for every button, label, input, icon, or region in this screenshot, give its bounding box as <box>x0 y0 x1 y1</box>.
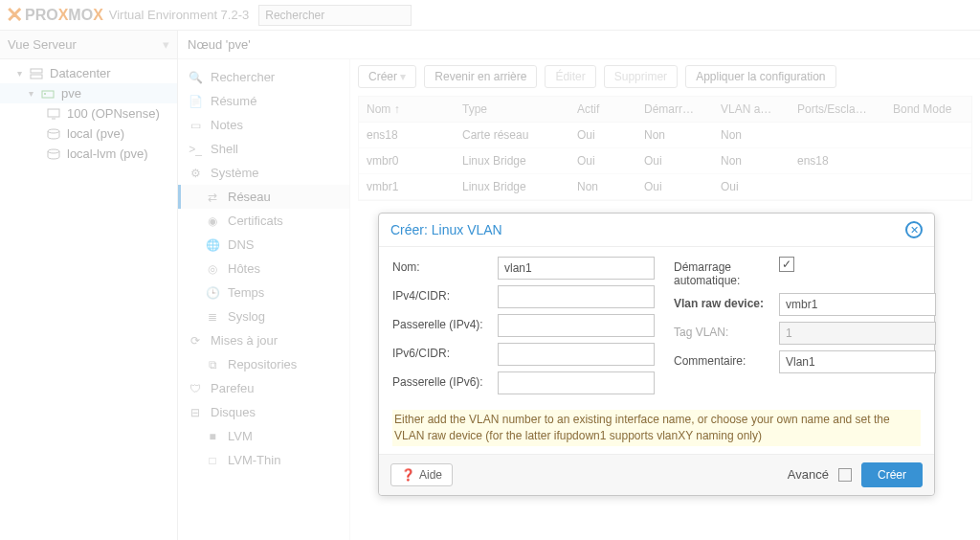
table-row[interactable]: vmbr1 Linux Bridge Non Oui Oui <box>359 174 971 200</box>
shield-icon: 🛡 <box>188 382 203 395</box>
menu-time[interactable]: 🕒Temps <box>178 281 349 304</box>
label-rawdev: Vlan raw device: <box>674 293 779 310</box>
gateway6-input[interactable] <box>498 371 655 394</box>
raw-device-input[interactable] <box>779 293 936 316</box>
svg-rect-2 <box>42 91 54 98</box>
vlan-tag-input <box>779 322 936 345</box>
cell: Non <box>636 123 713 147</box>
cell: vmbr0 <box>359 148 455 173</box>
svg-rect-0 <box>31 69 42 73</box>
ipv6-input[interactable] <box>498 343 655 366</box>
advanced-checkbox[interactable] <box>838 468 852 482</box>
apply-config-button[interactable]: Appliquer la configuration <box>685 65 835 88</box>
advanced-label: Avancé <box>788 467 829 482</box>
tree-datacenter[interactable]: ▾ Datacenter <box>0 63 177 83</box>
tree-node-pve[interactable]: ▾ pve <box>0 83 177 103</box>
tree-storage-local[interactable]: local (pve) <box>0 124 177 144</box>
menu-label: Résumé <box>211 94 256 108</box>
menu-label: Disques <box>211 405 256 419</box>
menu-lvmthin[interactable]: □LVM-Thin <box>178 448 349 472</box>
svg-rect-1 <box>31 75 42 79</box>
gears-icon: ⚙ <box>188 167 203 180</box>
menu-label: Réseau <box>228 190 271 204</box>
menu-shell[interactable]: >_Shell <box>178 137 349 161</box>
menu-disks[interactable]: ⊟Disques <box>178 400 349 424</box>
label-name: Nom: <box>392 257 498 274</box>
cell: ens18 <box>359 123 455 147</box>
cell: Oui <box>569 123 636 147</box>
menu-repos[interactable]: ⧉Repositories <box>178 352 349 376</box>
table-row[interactable]: ens18 Carte réseau Oui Non Non <box>359 123 971 148</box>
label-autostart: Démarrage automatique: <box>674 257 779 287</box>
menu-label: Syslog <box>228 309 265 324</box>
label-comment: Commentaire: <box>674 350 779 368</box>
cell: Oui <box>636 148 713 173</box>
menu-syslog[interactable]: ≣Syslog <box>178 304 349 328</box>
cell: Non <box>713 148 790 173</box>
menu-lvm[interactable]: ■LVM <box>178 424 349 448</box>
cell: vmbr1 <box>359 174 455 199</box>
list-icon: ≣ <box>205 310 220 324</box>
monitor-icon <box>46 107 61 121</box>
menu-system[interactable]: ⚙Système <box>178 161 349 185</box>
col-vlan[interactable]: VLAN a… <box>713 97 790 122</box>
name-input[interactable] <box>498 257 655 280</box>
submit-create-button[interactable]: Créer <box>861 462 923 487</box>
network-interfaces-table: Nom ↑ Type Actif Démarr… VLAN a… Ports/E… <box>358 96 972 201</box>
tree-storage-local-lvm[interactable]: local-lvm (pve) <box>0 144 177 164</box>
ipv4-input[interactable] <box>498 285 655 308</box>
menu-firewall[interactable]: 🛡Parefeu <box>178 376 349 400</box>
tree-vm-100[interactable]: 100 (OPNsense) <box>0 103 177 124</box>
comment-input[interactable] <box>779 350 936 373</box>
gateway4-input[interactable] <box>498 314 655 337</box>
close-icon[interactable]: ✕ <box>905 221 923 238</box>
col-ports[interactable]: Ports/Escla… <box>790 97 885 122</box>
disk-icon: ⊟ <box>188 406 203 419</box>
breadcrumb: Nœud 'pve' <box>178 31 980 59</box>
tree-item-label: 100 (OPNsense) <box>67 106 160 121</box>
menu-label: Shell <box>211 142 238 156</box>
menu-label: LVM <box>228 429 253 443</box>
col-type[interactable]: Type <box>455 97 569 122</box>
menu-label: Temps <box>228 285 264 300</box>
storage-icon <box>46 147 61 161</box>
help-button[interactable]: ❓Aide <box>390 463 453 486</box>
menu-hosts[interactable]: ◎Hôtes <box>178 257 349 281</box>
view-selector[interactable]: Vue Serveur ▾ <box>0 31 177 59</box>
menu-label: Repositories <box>228 357 297 371</box>
menu-notes[interactable]: ▭Notes <box>178 113 349 137</box>
node-config-menu: 🔍Rechercher 📄Résumé ▭Notes >_Shell ⚙Syst… <box>178 59 350 540</box>
resource-tree-panel: Vue Serveur ▾ ▾ Datacenter ▾ pve 100 (OP… <box>0 31 178 540</box>
col-name[interactable]: Nom ↑ <box>359 97 455 122</box>
autostart-checkbox[interactable]: ✓ <box>779 257 794 272</box>
menu-label: Rechercher <box>211 70 275 84</box>
menu-certs[interactable]: ◉Certificats <box>178 209 349 233</box>
global-search-input[interactable] <box>258 5 412 26</box>
delete-button[interactable]: Supprimer <box>604 65 678 88</box>
edit-button[interactable]: Éditer <box>545 65 595 88</box>
create-vlan-dialog: Créer: Linux VLAN ✕ Nom: IPv4/CIDR: Pass… <box>378 213 935 496</box>
revert-button[interactable]: Revenir en arrière <box>424 65 537 88</box>
table-row[interactable]: vmbr0 Linux Bridge Oui Oui Non ens18 <box>359 148 971 174</box>
col-autostart[interactable]: Démarr… <box>636 97 713 122</box>
node-icon <box>40 87 56 101</box>
help-label: Aide <box>419 468 442 482</box>
vlan-hint-text: Either add the VLAN number to an existin… <box>392 410 921 446</box>
menu-search[interactable]: 🔍Rechercher <box>178 65 349 89</box>
storage-icon <box>46 127 61 141</box>
collapse-icon: ▾ <box>29 88 38 99</box>
cell: Linux Bridge <box>455 148 569 173</box>
cell: Non <box>713 123 790 147</box>
menu-label: Mises à jour <box>211 333 278 348</box>
label-ipv6: IPv6/CIDR: <box>392 343 498 360</box>
col-bond[interactable]: Bond Mode <box>885 97 971 122</box>
logo: ✕ PROXMOX Virtual Environment 7.2-3 <box>6 3 249 28</box>
menu-network[interactable]: ⇄Réseau <box>178 185 349 209</box>
logo-text: X <box>93 7 103 24</box>
create-button[interactable]: Créer <box>358 65 416 88</box>
col-active[interactable]: Actif <box>569 97 636 122</box>
menu-label: Notes <box>211 118 243 132</box>
menu-updates[interactable]: ⟳Mises à jour <box>178 328 349 352</box>
menu-dns[interactable]: 🌐DNS <box>178 233 349 257</box>
menu-summary[interactable]: 📄Résumé <box>178 89 349 113</box>
